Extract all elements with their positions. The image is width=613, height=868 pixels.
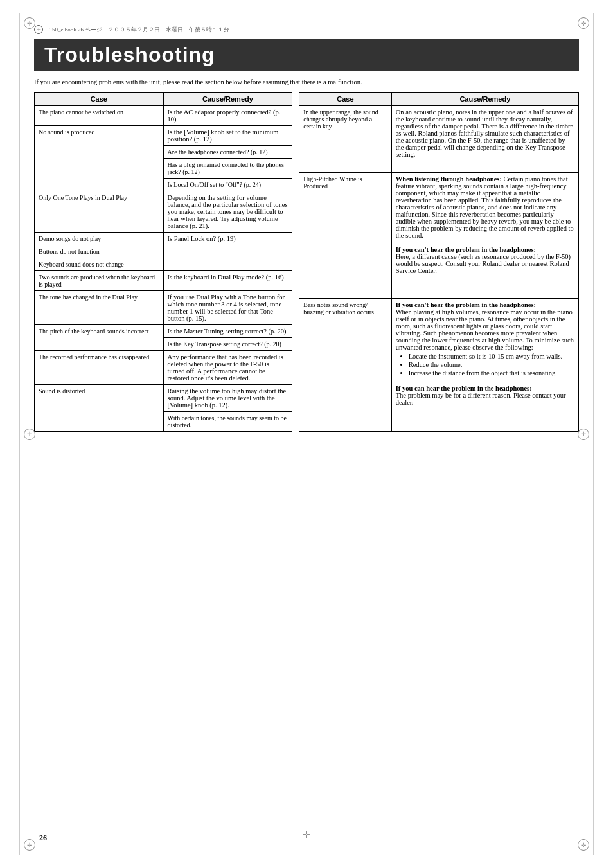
left-table: Case Cause/Remedy The piano cannot be sw… <box>34 92 292 432</box>
remedy-cell: On an acoustic piano, notes in the upper… <box>391 106 578 173</box>
remedy-cell: Is the keyboard in Dual Play mode? (p. 1… <box>163 271 292 291</box>
list-item: Increase the distance from the object th… <box>409 369 574 376</box>
remedy-cell: Is the Master Tuning setting correct? (p… <box>163 325 292 338</box>
case-cell: The recorded performance has disappeared <box>35 351 164 385</box>
table-row: The piano cannot be switched on Is the A… <box>35 106 292 126</box>
remedy-cell: Are the headphones connected? (p. 12) <box>163 146 292 159</box>
circle-icon-left: ✛ <box>34 25 43 34</box>
corner-mark-br <box>578 839 589 851</box>
case-cell: Demo songs do not play <box>35 233 164 245</box>
table-row: No sound is produced Is the [Volume] kno… <box>35 126 292 146</box>
case-cell: Two sounds are produced when the keyboar… <box>35 271 164 291</box>
case-cell: Buttons do not function <box>35 245 164 258</box>
case-cell: No sound is produced <box>35 126 164 191</box>
corner-mark-mr <box>578 429 589 440</box>
case-cell: Bass notes sound wrong/ buzzing or vibra… <box>299 298 391 431</box>
case-cell: The piano cannot be switched on <box>35 106 164 126</box>
case-cell: The pitch of the keyboard sounds incorre… <box>35 325 164 351</box>
remedy-cell: If you can't hear the problem in the hea… <box>391 298 578 431</box>
right-table: Case Cause/Remedy In the upper range, th… <box>299 92 579 432</box>
case-cell: The tone has changed in the Dual Play <box>35 291 164 325</box>
remedy-cell: Is the AC adaptor properly connected? (p… <box>163 106 292 126</box>
table-row: Bass notes sound wrong/ buzzing or vibra… <box>299 298 579 431</box>
case-cell: Only One Tone Plays in Dual Play <box>35 191 164 233</box>
file-reference: F-50_e.book 26 ページ ２００５年２月２日 水曜日 午後５時１１分 <box>47 26 229 34</box>
case-cell: Keyboard sound does not change <box>35 258 164 271</box>
page-number: 26 <box>39 833 47 843</box>
left-col2-header: Cause/Remedy <box>163 93 292 106</box>
remedy-cell: Is the [Volume] knob set to the minimum … <box>163 126 292 146</box>
list-item: Reduce the volume. <box>409 361 574 368</box>
corner-mark-bl <box>24 839 35 851</box>
bullet-list: Locate the instrument so it is 10-15 cm … <box>401 353 574 376</box>
case-cell: In the upper range, the sound changes ab… <box>299 106 391 173</box>
remedy-cell: With certain tones, the sounds may seem … <box>163 412 292 432</box>
list-item: Locate the instrument so it is 10-15 cm … <box>409 353 574 360</box>
remedy-bold-label: When listening through headphones: <box>396 175 502 182</box>
right-col2-header: Cause/Remedy <box>391 93 578 106</box>
remedy-cell: When listening through headphones: Certa… <box>391 172 578 298</box>
remedy-cell: Is Panel Lock on? (p. 19) <box>163 233 292 271</box>
remedy-cell: Has a plug remained connected to the pho… <box>163 159 292 179</box>
table-row: Demo songs do not play Is Panel Lock on?… <box>35 233 292 245</box>
content-area: Case Cause/Remedy The piano cannot be sw… <box>34 92 579 432</box>
header-meta: ✛ F-50_e.book 26 ページ ２００５年２月２日 水曜日 午後５時１… <box>34 25 579 34</box>
table-row: The pitch of the keyboard sounds incorre… <box>35 325 292 338</box>
page-border: ✛ F-50_e.book 26 ページ ２００５年２月２日 水曜日 午後５時１… <box>19 13 594 855</box>
remedy-cell: If you use Dual Play with a Tone button … <box>163 291 292 325</box>
corner-mark-ml <box>24 429 35 440</box>
table-row: In the upper range, the sound changes ab… <box>299 106 579 173</box>
case-cell: Sound is distorted <box>35 385 164 432</box>
table-row: Two sounds are produced when the keyboar… <box>35 271 292 291</box>
right-col1-header: Case <box>299 93 391 106</box>
remedy-bold-label4: If you can hear the problem in the headp… <box>396 385 532 392</box>
remedy-cell: Is Local On/Off set to "Off"? (p. 24) <box>163 179 292 191</box>
table-row: Only One Tone Plays in Dual Play Dependi… <box>35 191 292 233</box>
page-title: Troubleshooting <box>34 39 579 71</box>
remedy-cell: Depending on the setting for volume bala… <box>163 191 292 233</box>
remedy-cell: Any performance that has been recorded i… <box>163 351 292 385</box>
remedy-cell: Raising the volume too high may distort … <box>163 385 292 412</box>
table-row: The recorded performance has disappeared… <box>35 351 292 385</box>
left-col1-header: Case <box>35 93 164 106</box>
table-row: The tone has changed in the Dual Play If… <box>35 291 292 325</box>
remedy-bold-label2: If you can't hear the problem in the hea… <box>396 246 536 253</box>
case-cell: High-Pitched Whine is Produced <box>299 172 391 298</box>
bottom-crosshair: ✛ <box>303 829 310 840</box>
corner-mark-tr <box>578 17 589 29</box>
table-row: Sound is distorted Raising the volume to… <box>35 385 292 412</box>
table-row: High-Pitched Whine is Produced When list… <box>299 172 579 298</box>
intro-text: If you are encountering problems with th… <box>34 78 579 85</box>
remedy-bold-label3: If you can't hear the problem in the hea… <box>396 301 536 308</box>
corner-mark-tl <box>24 17 35 29</box>
remedy-cell: Is the Key Transpose setting correct? (p… <box>163 338 292 351</box>
